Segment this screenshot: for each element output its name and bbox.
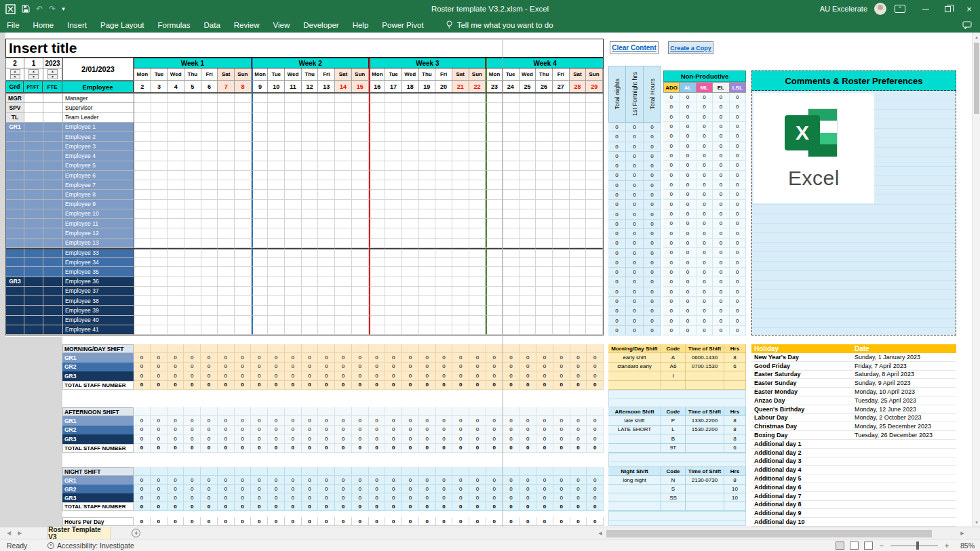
shift-count-cell[interactable]: 0 — [184, 434, 201, 443]
shift-count-cell[interactable]: 0 — [168, 434, 184, 443]
hours-cell[interactable]: 0 — [486, 517, 503, 526]
roster-cell[interactable] — [268, 209, 285, 219]
leave-value-cell[interactable]: 0 — [697, 258, 713, 267]
employee-ptft-cell[interactable] — [24, 103, 43, 113]
stats-value-cell[interactable]: 0 — [626, 123, 644, 132]
roster-cell[interactable] — [252, 94, 269, 103]
roster-cell[interactable] — [201, 171, 218, 180]
roster-cell[interactable] — [570, 228, 587, 238]
shift-count-cell[interactable]: 0 — [268, 363, 285, 371]
employee-grade-cell[interactable] — [6, 219, 24, 228]
roster-cell[interactable] — [134, 103, 151, 113]
employee-ptft-cell[interactable] — [24, 113, 43, 122]
shift-count-cell[interactable]: 0 — [536, 493, 553, 502]
leave-value-cell[interactable]: 0 — [713, 326, 729, 335]
menu-tab-formulas[interactable]: Formulas — [151, 18, 197, 33]
roster-cell[interactable] — [402, 171, 419, 180]
roster-cell[interactable] — [335, 316, 352, 325]
leave-value-cell[interactable]: 0 — [663, 326, 680, 335]
roster-cell[interactable] — [134, 200, 151, 209]
shift-count-cell[interactable]: 0 — [553, 485, 570, 493]
shift-header-cell[interactable] — [201, 344, 218, 353]
roster-cell[interactable] — [486, 142, 503, 151]
roster-cell[interactable] — [252, 123, 269, 132]
hours-cell[interactable]: 0 — [402, 517, 419, 526]
roster-cell[interactable] — [268, 239, 285, 248]
leave-value-cell[interactable]: 0 — [697, 122, 713, 131]
employee-name-cell[interactable]: Employee 38 — [63, 296, 134, 306]
shift-count-cell[interactable]: 0 — [402, 485, 419, 493]
employee-name-cell[interactable]: Employee 34 — [63, 258, 134, 267]
shift-total-cell[interactable]: 0 — [134, 502, 151, 511]
roster-cell[interactable] — [553, 190, 570, 199]
shift-count-cell[interactable]: 0 — [452, 371, 469, 380]
roster-cell[interactable] — [201, 200, 218, 209]
leave-value-cell[interactable]: 0 — [713, 102, 729, 112]
roster-cell[interactable] — [335, 306, 352, 315]
employee-grade-cell[interactable]: TL — [6, 113, 24, 122]
shift-header-cell[interactable] — [134, 407, 151, 416]
shift-count-cell[interactable]: 0 — [285, 493, 302, 502]
roster-cell[interactable] — [302, 151, 319, 161]
roster-cell[interactable] — [352, 325, 369, 335]
roster-cell[interactable] — [252, 258, 269, 267]
employee-fte-cell[interactable] — [43, 258, 63, 267]
shift-total-cell[interactable]: 0 — [235, 444, 252, 453]
shift-header-cell[interactable] — [486, 344, 503, 353]
roster-cell[interactable] — [134, 219, 151, 228]
employee-grade-cell[interactable] — [6, 248, 24, 258]
shift-header-cell[interactable] — [419, 407, 436, 416]
roster-cell[interactable] — [218, 248, 235, 258]
shift-count-cell[interactable]: 0 — [318, 426, 335, 434]
comments-area[interactable]: X Excel — [751, 91, 956, 335]
menu-tab-page-layout[interactable]: Page Layout — [94, 18, 151, 33]
leave-value-cell[interactable]: 0 — [663, 228, 680, 238]
roster-cell[interactable] — [352, 123, 369, 132]
roster-cell[interactable] — [252, 277, 269, 287]
roster-cell[interactable] — [586, 219, 603, 228]
stats-value-cell[interactable]: 0 — [626, 220, 644, 229]
employee-fte-cell[interactable] — [43, 200, 63, 209]
roster-cell[interactable] — [252, 103, 269, 113]
stats-value-cell[interactable]: 0 — [608, 277, 626, 287]
roster-cell[interactable] — [435, 123, 452, 132]
leave-value-cell[interactable]: 0 — [713, 297, 729, 306]
hours-cell[interactable]: 0 — [251, 517, 268, 526]
roster-cell[interactable] — [252, 248, 269, 258]
roster-cell[interactable] — [302, 123, 319, 132]
shift-header-cell[interactable] — [251, 344, 268, 353]
hours-cell[interactable]: 0 — [385, 517, 402, 526]
employee-name-cell[interactable]: Employee 35 — [63, 267, 134, 277]
roster-cell[interactable] — [235, 267, 252, 277]
roster-cell[interactable] — [168, 180, 184, 190]
roster-cell[interactable] — [435, 296, 452, 306]
roster-cell[interactable] — [520, 113, 536, 122]
roster-cell[interactable] — [318, 132, 335, 142]
roster-cell[interactable] — [486, 132, 503, 142]
roster-cell[interactable] — [134, 277, 151, 287]
roster-cell[interactable] — [352, 94, 369, 103]
roster-cell[interactable] — [352, 161, 369, 171]
roster-cell[interactable] — [235, 113, 252, 122]
roster-cell[interactable] — [335, 161, 352, 171]
avatar[interactable] — [874, 3, 886, 15]
roster-cell[interactable] — [335, 113, 352, 122]
roster-cell[interactable] — [486, 219, 503, 228]
shift-total-cell[interactable]: 0 — [570, 381, 587, 390]
shift-count-cell[interactable]: 0 — [469, 353, 486, 362]
leave-value-cell[interactable]: 0 — [713, 131, 729, 141]
roster-cell[interactable] — [218, 296, 235, 306]
shift-count-cell[interactable]: 0 — [302, 363, 319, 371]
stats-value-cell[interactable]: 0 — [626, 142, 644, 152]
roster-cell[interactable] — [520, 151, 536, 161]
roster-cell[interactable] — [235, 209, 252, 219]
shift-header-cell[interactable] — [553, 344, 570, 353]
zoom-in-icon[interactable]: + — [943, 542, 950, 550]
shift-count-cell[interactable]: 0 — [268, 485, 285, 493]
roster-cell[interactable] — [385, 180, 402, 190]
employee-name-cell[interactable]: Employee 2 — [63, 132, 134, 142]
roster-cell[interactable] — [570, 219, 587, 228]
roster-cell[interactable] — [318, 287, 335, 296]
shift-total-cell[interactable]: 0 — [151, 444, 168, 453]
roster-cell[interactable] — [469, 228, 486, 238]
